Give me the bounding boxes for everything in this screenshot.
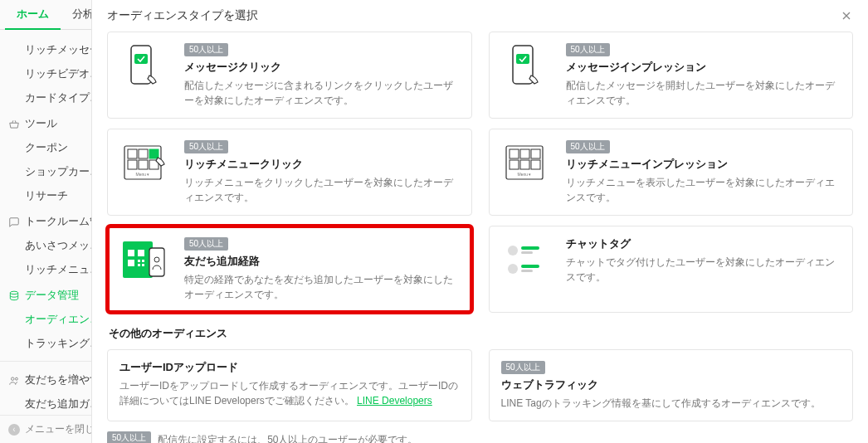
badge-50: 50人以上 bbox=[184, 140, 228, 153]
line-developers-link[interactable]: LINE Developers bbox=[357, 395, 432, 406]
card-richmenu-impression[interactable]: Menu ▾ 50人以上 リッチメニューインプレッション リッチメニューを表示し… bbox=[489, 129, 854, 216]
badge-50: 50人以上 bbox=[566, 140, 610, 153]
card-title: チャットタグ bbox=[566, 236, 841, 251]
qr-phone-icon bbox=[119, 236, 173, 285]
svg-rect-17 bbox=[510, 149, 519, 158]
phone-message-icon bbox=[501, 42, 554, 90]
svg-rect-28 bbox=[138, 260, 140, 262]
card-desc: 特定の経路であなたを友だち追加したユーザーを対象にしたオーディエンスです。 bbox=[184, 272, 460, 302]
card-desc: リッチメニューをクリックしたユーザーを対象にしたオーディエンスです。 bbox=[184, 175, 460, 205]
badge-50: 50人以上 bbox=[501, 361, 545, 374]
svg-rect-31 bbox=[142, 264, 144, 266]
svg-rect-19 bbox=[531, 149, 540, 158]
svg-text:Menu ▾: Menu ▾ bbox=[517, 172, 531, 177]
svg-rect-11 bbox=[149, 149, 158, 158]
svg-text:Menu ▾: Menu ▾ bbox=[136, 172, 150, 177]
card-friend-add-path[interactable]: 50人以上 友だち追加経路 特定の経路であなたを友だち追加したユーザーを対象にし… bbox=[107, 226, 472, 313]
card-message-click[interactable]: 50人以上 メッセージクリック 配信したメッセージに含まれるリンクをクリックした… bbox=[107, 32, 472, 119]
card-desc: 配信したメッセージに含まれるリンクをクリックしたユーザーを対象にしたオーディエン… bbox=[184, 78, 460, 108]
svg-rect-30 bbox=[138, 264, 140, 266]
svg-rect-7 bbox=[516, 54, 529, 64]
svg-rect-9 bbox=[128, 149, 137, 158]
svg-rect-21 bbox=[520, 160, 529, 169]
svg-rect-29 bbox=[142, 260, 144, 262]
svg-rect-10 bbox=[139, 149, 148, 158]
card-title: メッセージクリック bbox=[184, 60, 460, 75]
other-audiences-heading: その他のオーディエンス bbox=[109, 326, 853, 341]
phone-message-icon bbox=[119, 42, 173, 90]
audience-type-modal: オーディエンスタイプを選択 50人以上 メッセージクリック 配信したメッセージに… bbox=[91, 0, 868, 443]
card-desc: チャットでタグ付けしたユーザーを対象にしたオーディエンスです。 bbox=[566, 255, 841, 285]
card-desc: ユーザーIDをアップロードして作成するオーディエンスです。ユーザーIDの詳細につ… bbox=[119, 378, 460, 408]
modal-title: オーディエンスタイプを選択 bbox=[107, 8, 258, 23]
card-title: リッチメニューインプレッション bbox=[566, 157, 841, 172]
svg-rect-38 bbox=[521, 265, 539, 268]
card-message-impression[interactable]: 50人以上 メッセージインプレッション 配信したメッセージを開封したユーザーを対… bbox=[489, 32, 854, 119]
svg-rect-39 bbox=[521, 270, 533, 272]
badge-50: 50人以上 bbox=[184, 237, 228, 251]
badge-50: 50人以上 bbox=[566, 43, 610, 56]
card-desc: リッチメニューを表示したユーザーを対象にしたオーディエンスです。 bbox=[566, 175, 841, 205]
chat-tag-icon bbox=[501, 236, 554, 285]
svg-rect-20 bbox=[510, 160, 519, 169]
card-web-traffic[interactable]: 50人以上 ウェブトラフィック LINE Tagのトラッキング情報を基にして作成… bbox=[489, 349, 854, 421]
card-title: 友だち追加経路 bbox=[184, 254, 460, 269]
svg-rect-27 bbox=[128, 260, 134, 266]
richmenu-icon: Menu ▾ bbox=[501, 139, 554, 187]
svg-rect-22 bbox=[531, 160, 540, 169]
svg-rect-35 bbox=[521, 246, 539, 250]
card-desc: LINE Tagのトラッキング情報を基にして作成するオーディエンスです。 bbox=[501, 396, 841, 411]
card-chat-tag[interactable]: チャットタグ チャットでタグ付けしたユーザーを対象にしたオーディエンスです。 bbox=[489, 226, 854, 313]
card-title: ウェブトラフィック bbox=[501, 377, 841, 392]
card-title: ユーザーIDアップロード bbox=[119, 360, 460, 375]
svg-rect-12 bbox=[128, 160, 137, 169]
close-icon[interactable] bbox=[840, 9, 853, 22]
card-userid-upload[interactable]: ユーザーIDアップロード ユーザーIDをアップロードして作成するオーディエンスで… bbox=[107, 349, 472, 421]
svg-rect-18 bbox=[520, 149, 529, 158]
badge-50: 50人以上 bbox=[107, 431, 151, 443]
card-desc: 配信したメッセージを開封したユーザーを対象にしたオーディエンスです。 bbox=[566, 78, 841, 108]
svg-point-34 bbox=[508, 246, 518, 256]
svg-rect-25 bbox=[128, 250, 134, 256]
card-title: メッセージインプレッション bbox=[566, 60, 841, 75]
svg-rect-5 bbox=[134, 54, 148, 64]
svg-rect-26 bbox=[138, 250, 144, 256]
richmenu-click-icon: Menu ▾ bbox=[119, 139, 173, 187]
svg-rect-36 bbox=[521, 251, 533, 254]
svg-point-37 bbox=[508, 264, 518, 274]
card-title: リッチメニュークリック bbox=[184, 157, 460, 172]
card-richmenu-click[interactable]: Menu ▾ 50人以上 リッチメニュークリック リッチメニューをクリックしたユ… bbox=[107, 129, 472, 216]
badge-50: 50人以上 bbox=[184, 43, 228, 56]
modal-footer-note: 50人以上 配信先に設定するには、50人以上のユーザーが必要です。 bbox=[107, 431, 853, 443]
svg-rect-13 bbox=[139, 160, 148, 169]
